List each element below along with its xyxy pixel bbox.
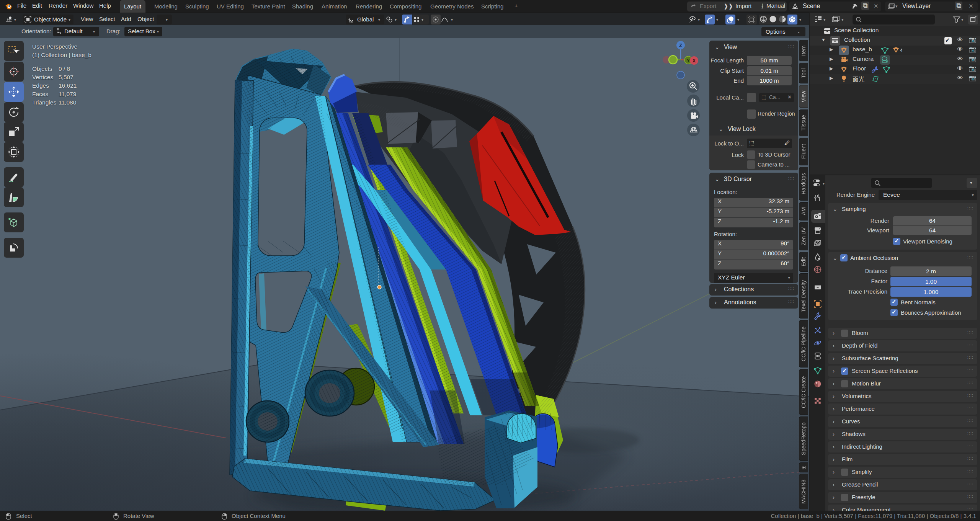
svg-text:Z: Z xyxy=(679,43,682,48)
svg-text:Y: Y xyxy=(687,58,690,63)
svg-text:X: X xyxy=(693,58,696,64)
